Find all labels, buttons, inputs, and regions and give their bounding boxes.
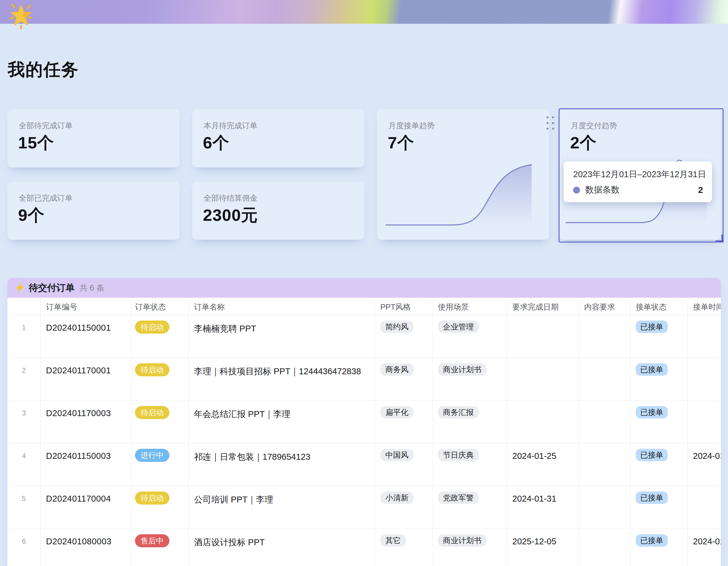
order-name[interactable]: 年会总结汇报 PPT｜李理 (189, 401, 375, 443)
table-header-row: 订单编号 订单状态 订单名称 PPT风格 使用场景 要求完成日期 内容要求 接单… (7, 298, 721, 315)
chart-value: 7个 (388, 132, 414, 154)
banner-gradient (0, 0, 728, 24)
col-header-accept-status[interactable]: 接单状态 (630, 298, 688, 315)
ppt-style-tag: 其它 (380, 534, 406, 547)
accept-status-badge: 已接单 (636, 321, 668, 333)
usage-scene-tag: 节日庆典 (438, 449, 479, 461)
accept-time[interactable] (688, 486, 721, 529)
due-date[interactable] (507, 315, 579, 358)
ppt-style-tag: 小清新 (380, 492, 414, 504)
content-requirement[interactable] (579, 401, 630, 443)
order-id[interactable]: D202401170003 (41, 401, 131, 443)
order-name[interactable]: 祁连｜日常包装｜1789654123 (189, 443, 375, 486)
stat-value: 15个 (18, 132, 54, 154)
table-row[interactable]: 1 D202401150001 待启动 李楠楠竞聘 PPT 简约风 企业管理 已… (7, 315, 721, 358)
col-header-content-req[interactable]: 内容要求 (579, 298, 630, 315)
row-number: 4 (7, 443, 41, 486)
row-number: 3 (7, 401, 41, 443)
due-date[interactable] (507, 358, 579, 400)
accept-status-badge: 已接单 (636, 492, 668, 504)
order-status-badge: 进行中 (135, 449, 169, 462)
ppt-style-tag: 中国风 (380, 449, 414, 461)
ppt-style-tag: 扁平化 (380, 406, 414, 419)
accept-time[interactable] (688, 358, 721, 400)
table-record-count: 共 6 条 (80, 282, 104, 293)
accept-status-badge: 已接单 (636, 363, 668, 376)
chart-card-monthly-orders[interactable]: 月度接单趋势 7个 (377, 109, 549, 240)
order-name[interactable]: 李理｜科技项目招标 PPT｜1244436472838 (189, 358, 375, 400)
stat-card-commission[interactable]: 全部待结算佣金 2300元 (192, 182, 364, 240)
stat-value: 9个 (18, 204, 44, 227)
table-row[interactable]: 5 D202401170004 待启动 公司培训 PPT｜李理 小清新 党政军警… (7, 486, 721, 529)
stat-label: 本月待完成订单 (204, 120, 257, 131)
order-id[interactable]: D202401170001 (41, 358, 131, 400)
legend-dot-icon (573, 187, 580, 193)
ppt-style-tag: 商务风 (380, 363, 414, 376)
usage-scene-tag: 商业计划书 (438, 363, 487, 376)
col-header-due-date[interactable]: 要求完成日期 (507, 298, 579, 315)
stat-value: 6个 (203, 132, 229, 154)
pending-delivery-table: 待交付订单 共 6 条 订单编号 订单状态 订单名称 PPT风格 使用场景 要求… (7, 278, 721, 566)
order-status-badge: 售后中 (135, 534, 169, 547)
accept-time[interactable]: 2024-01 (688, 529, 721, 566)
col-header-order-id[interactable]: 订单编号 (41, 298, 131, 315)
col-header-index[interactable] (7, 298, 41, 315)
due-date[interactable]: 2025-12-05 (507, 529, 579, 566)
order-name[interactable]: 李楠楠竞聘 PPT (189, 315, 375, 358)
content-requirement[interactable] (579, 315, 630, 358)
col-header-accept-time[interactable]: 接单时间 (688, 298, 721, 315)
order-id[interactable]: D202401150001 (41, 315, 131, 358)
row-number: 2 (7, 358, 41, 400)
accept-status-badge: 已接单 (636, 534, 668, 547)
table-titlebar: 待交付订单 共 6 条 (7, 278, 721, 298)
order-status-badge: 待启动 (135, 363, 169, 376)
col-header-ppt-style[interactable]: PPT风格 (375, 298, 433, 315)
col-header-usage-scene[interactable]: 使用场景 (433, 298, 507, 315)
ppt-style-tag: 简约风 (380, 321, 414, 333)
tooltip-series-value: 2 (698, 185, 703, 195)
col-header-order-name[interactable]: 订单名称 (189, 298, 375, 315)
order-status-badge: 待启动 (135, 406, 169, 419)
order-id[interactable]: D202401150003 (41, 443, 131, 486)
table-title: 待交付订单 (29, 281, 75, 294)
table-row[interactable]: 6 D202401080003 售后中 酒店设计投标 PPT 其它 商业计划书 … (7, 529, 721, 566)
due-date[interactable] (507, 401, 579, 443)
due-date[interactable]: 2024-01-31 (507, 486, 579, 529)
stat-label: 全部已完成订单 (19, 193, 73, 203)
order-name[interactable]: 公司培训 PPT｜李理 (189, 486, 375, 529)
accept-time[interactable]: 2024-01 (688, 443, 721, 486)
stat-label: 全部待结算佣金 (204, 193, 257, 203)
content-requirement[interactable] (579, 529, 630, 566)
row-number: 1 (7, 315, 41, 358)
lightning-bolt-icon (16, 283, 24, 293)
tooltip-series-name: 数据条数 (585, 184, 620, 196)
table-row[interactable]: 2 D202401170001 待启动 李理｜科技项目招标 PPT｜124443… (7, 358, 721, 401)
order-name[interactable]: 酒店设计投标 PPT (189, 529, 375, 566)
page-title: 我的任务 (8, 58, 79, 81)
table-row[interactable]: 3 D202401170003 待启动 年会总结汇报 PPT｜李理 扁平化 商务… (7, 401, 721, 443)
content-requirement[interactable] (579, 358, 630, 400)
due-date[interactable]: 2024-01-25 (507, 443, 579, 486)
stat-card-total-done[interactable]: 全部已完成订单 9个 (7, 182, 179, 240)
usage-scene-tag: 商业计划书 (438, 534, 487, 547)
row-number: 6 (7, 529, 41, 566)
stat-value: 2300元 (203, 204, 258, 227)
col-header-order-status[interactable]: 订单状态 (131, 298, 189, 315)
chart-tooltip: 2023年12月01日–2023年12月31日 数据条数 2 (564, 161, 712, 202)
glowing-star-icon (8, 1, 34, 31)
order-status-badge: 待启动 (135, 492, 169, 505)
accept-time[interactable] (688, 401, 721, 443)
accept-time[interactable] (688, 315, 721, 358)
resize-handle[interactable] (716, 234, 724, 242)
table-row[interactable]: 4 D202401150003 进行中 祁连｜日常包装｜1789654123 中… (7, 443, 721, 486)
accept-status-badge: 已接单 (636, 406, 668, 419)
stat-card-month-pending[interactable]: 本月待完成订单 6个 (192, 109, 364, 167)
stat-card-total-pending[interactable]: 全部待完成订单 15个 (7, 109, 179, 167)
order-status-badge: 待启动 (135, 321, 169, 334)
content-requirement[interactable] (579, 486, 630, 529)
order-id[interactable]: D202401170004 (41, 486, 131, 529)
order-id[interactable]: D202401080003 (41, 529, 131, 566)
widget-drag-handle[interactable] (546, 116, 554, 130)
content-requirement[interactable] (579, 443, 630, 486)
usage-scene-tag: 商务汇报 (438, 406, 479, 419)
